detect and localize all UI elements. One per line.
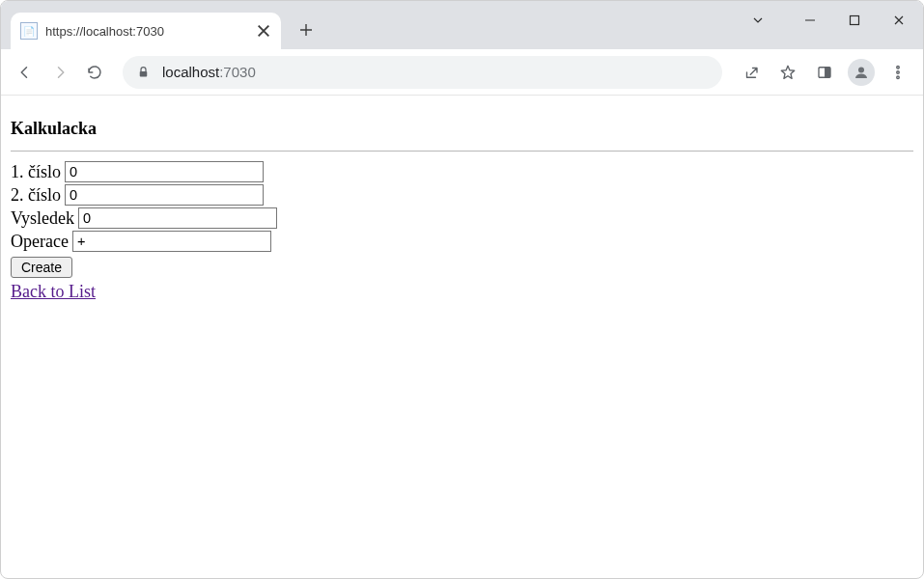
title-bar: 📄 https://localhost:7030 [1,1,923,49]
window-minimize-button[interactable] [788,2,832,39]
input-vysledek[interactable] [78,207,277,229]
window-maximize-button[interactable] [832,2,877,39]
page-content: Kalkulacka 1. číslo 2. číslo Vysledek Op… [1,96,923,578]
row-vysledek: Vysledek [11,207,913,229]
lock-icon [136,65,151,79]
input-cislo1[interactable] [65,161,264,182]
side-panel-button[interactable] [807,56,842,89]
svg-point-7 [897,70,900,73]
page-title: Kalkulacka [11,119,913,139]
tab-close-button[interactable] [256,23,271,39]
back-to-list-link[interactable]: Back to List [11,282,96,302]
input-operace[interactable] [72,231,271,252]
input-cislo2[interactable] [65,184,264,206]
label-cislo1: 1. číslo [11,162,61,182]
browser-toolbar: localhost:7030 [1,49,923,96]
svg-point-8 [897,75,900,78]
new-tab-button[interactable] [293,16,320,43]
create-button[interactable]: Create [11,257,72,278]
row-cislo2: 2. číslo [11,184,913,206]
window-close-button[interactable] [877,2,921,39]
row-cislo1: 1. číslo [11,161,913,182]
toolbar-actions [734,56,915,89]
window-controls [736,1,921,40]
tab-search-chevron-icon[interactable] [736,2,780,39]
bookmark-button[interactable] [770,56,805,89]
url-host: localhost:7030 [162,64,256,80]
address-bar[interactable]: localhost:7030 [123,56,722,89]
profile-avatar-button[interactable] [848,59,875,86]
svg-point-5 [858,67,864,72]
svg-rect-0 [851,16,859,25]
back-button[interactable] [9,56,42,89]
browser-window: 📄 https://localhost:7030 [0,0,924,579]
share-button[interactable] [734,56,769,89]
svg-point-6 [897,66,900,69]
label-operace: Operace [11,232,69,252]
label-cislo2: 2. číslo [11,185,61,206]
reload-button[interactable] [78,56,111,89]
browser-tab[interactable]: 📄 https://localhost:7030 [11,13,281,49]
forward-button[interactable] [43,56,76,89]
label-vysledek: Vysledek [11,208,74,229]
page-favicon-icon: 📄 [20,22,38,40]
menu-button[interactable] [881,56,915,89]
svg-rect-4 [826,67,830,77]
divider [11,151,913,152]
row-operace: Operace [11,231,913,252]
tab-title: https://localhost:7030 [45,24,164,39]
svg-rect-1 [140,71,148,77]
